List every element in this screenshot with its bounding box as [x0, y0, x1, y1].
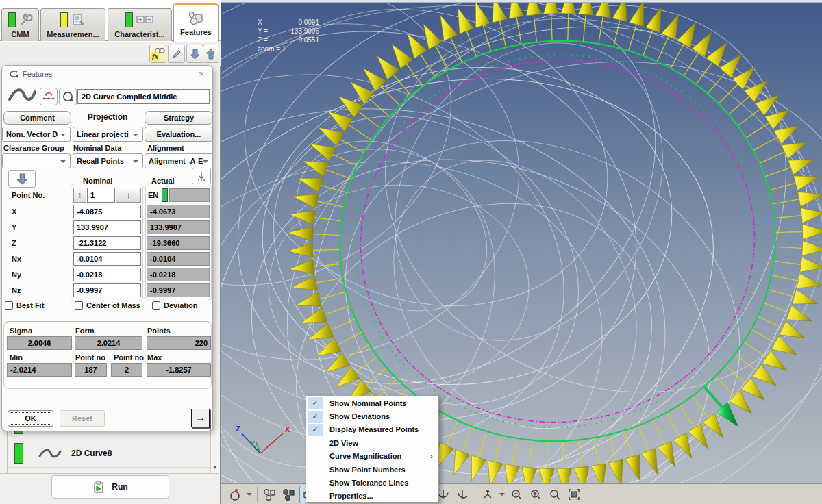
points-label: Points [147, 327, 171, 335]
checkbox-icon[interactable] [75, 301, 83, 310]
zoom-out-button[interactable] [508, 486, 525, 503]
nominal-nx-field[interactable]: -0.0104 [73, 252, 141, 266]
curve-feature-icon [8, 86, 36, 104]
closed-curve-button[interactable] [59, 88, 77, 105]
actual-nx-value: -0.0104 [147, 252, 210, 266]
svg-text:Y: Y [250, 440, 256, 448]
nominal-data-dropdown[interactable]: Recall Points [73, 153, 143, 168]
menu-item-curve-magnification[interactable]: ✓ Curve Magnification › [306, 450, 438, 463]
readout-zoom-value: 1 [282, 45, 286, 53]
center-of-mass-checkbox[interactable]: Center of Mass [75, 301, 140, 310]
close-icon[interactable]: × [196, 68, 207, 79]
run-button[interactable]: Run [51, 475, 169, 499]
statistics-panel: Sigma Form Points 2.0046 2.0214 220 Min … [3, 321, 212, 389]
nominal-z-field[interactable]: -21.3122 [73, 236, 141, 250]
alignment-dropdown[interactable]: Alignment -A-E [145, 153, 213, 168]
strategy-button[interactable]: Strategy [145, 111, 213, 125]
tab-characteristics[interactable]: Characterist... [108, 8, 172, 41]
feature-name-input[interactable] [77, 89, 210, 104]
readout-x-label: X = [258, 18, 279, 27]
readout-z-label: Z = [258, 36, 279, 45]
deviation-checkbox[interactable]: Deviation [152, 301, 198, 310]
svg-text:X: X [285, 425, 290, 433]
nom-vector-dropdown[interactable]: Nom. Vector D [2, 127, 71, 142]
zoom-window-button[interactable] [546, 486, 564, 503]
tab-features[interactable]: Features [173, 3, 219, 42]
readout-z-value: 0.0551 [279, 36, 319, 45]
next-page-button[interactable]: → [191, 409, 210, 427]
ok-button[interactable]: OK [8, 410, 53, 427]
point-next-button[interactable]: ↓ [116, 188, 141, 203]
dialog-icon [9, 70, 18, 78]
checkbox-icon[interactable] [152, 301, 160, 310]
view-orientation-button[interactable] [479, 486, 497, 503]
actual-x-value: -4.0673 [147, 205, 210, 218]
zoom-in-icon [530, 488, 542, 501]
menu-item-show-tolerance-lines[interactable]: ✓ Show Tolerance Lines [306, 476, 438, 489]
point-number-field[interactable]: 1 [87, 188, 115, 203]
readout-x-value: 0.0091 [279, 18, 319, 27]
form-label: Form [75, 327, 95, 335]
probe-icon [229, 488, 241, 501]
edit-button[interactable] [168, 45, 185, 63]
show-features-solid-button[interactable] [280, 486, 298, 503]
dialog-title: Features [23, 70, 52, 78]
nominal-nz-field[interactable]: -0.9997 [73, 284, 141, 297]
probe-dropdown-chevron[interactable] [245, 486, 254, 503]
formula-search-button[interactable]: fx [149, 45, 166, 63]
en-status-indicator [162, 188, 168, 202]
rotate-free-button[interactable] [453, 486, 471, 503]
evaluation-button[interactable]: Evaluation... [145, 127, 213, 142]
list-item-curve8[interactable]: 2D Curve8 [8, 439, 210, 468]
menu-item-properties[interactable]: ✓ Properties... [306, 490, 438, 503]
nominal-y-field[interactable]: 133.9907 [73, 220, 141, 234]
open-curve-button[interactable] [40, 88, 58, 105]
curve8-status-indicator [14, 443, 23, 464]
menu-item-show-deviations[interactable]: ✓ Show Deviations [306, 410, 438, 423]
transfer-down-button[interactable] [8, 170, 36, 188]
show-features-button[interactable] [261, 486, 279, 503]
down-arrow-icon [190, 49, 200, 60]
orientation-dropdown-chevron[interactable] [497, 486, 507, 503]
point-prev-button[interactable]: ↑ [73, 188, 86, 203]
min-label: Min [10, 353, 23, 362]
menu-item-2d-view[interactable]: ✓ 2D View [306, 436, 438, 449]
tab-measurement[interactable]: Measuremen... [40, 8, 105, 41]
list-item-label: 2D Curve8 [71, 449, 112, 458]
reset-button[interactable]: Reset [60, 410, 105, 427]
tab-measurement-label: Measuremen... [41, 30, 105, 38]
tab-cmm[interactable]: CMM [1, 8, 39, 41]
alignment-label: Alignment [147, 144, 184, 152]
clearance-group-dropdown[interactable] [2, 153, 71, 168]
menu-item-show-point-numbers[interactable]: ✓ Show Point Numbers [306, 463, 438, 476]
max-label: Max [147, 353, 162, 362]
report-icon [71, 13, 86, 27]
actual-z-value: -19.3660 [147, 236, 210, 250]
row-label-z: Z [12, 239, 16, 247]
point-no-max-value: 2 [111, 363, 142, 377]
row-label-nz: Nz [12, 286, 21, 294]
zoom-in-button[interactable] [527, 486, 545, 503]
best-fit-checkbox[interactable]: Best Fit [5, 301, 44, 310]
projection-type-dropdown[interactable]: Linear projecti [73, 127, 143, 142]
nominal-ny-field[interactable]: -0.0218 [73, 268, 141, 281]
move-down-button[interactable] [186, 45, 203, 63]
en-label: EN [148, 191, 158, 199]
row-label-ny: Ny [12, 270, 21, 279]
open-curve-icon [42, 91, 55, 102]
scroll-down-icon[interactable]: ▼ [212, 464, 218, 470]
nominal-x-field[interactable]: -4.0875 [73, 205, 141, 218]
check-icon: ✓ [312, 425, 318, 434]
probe-button[interactable] [226, 486, 244, 503]
comment-button[interactable]: Comment [3, 111, 71, 125]
menu-item-display-measured-points[interactable]: ✓ Display Measured Points [306, 423, 438, 436]
run-button-label: Run [112, 482, 127, 492]
point-list-button[interactable] [192, 168, 211, 184]
magnifier-icon [549, 488, 561, 501]
menu-item-show-nominal-points[interactable]: ✓ Show Nominal Points [306, 396, 438, 410]
form-value: 2.0214 [75, 336, 142, 350]
move-up-button[interactable] [203, 45, 219, 63]
points-value: 220 [147, 336, 211, 350]
checkbox-icon[interactable] [5, 301, 13, 310]
fit-view-button[interactable] [565, 486, 583, 503]
